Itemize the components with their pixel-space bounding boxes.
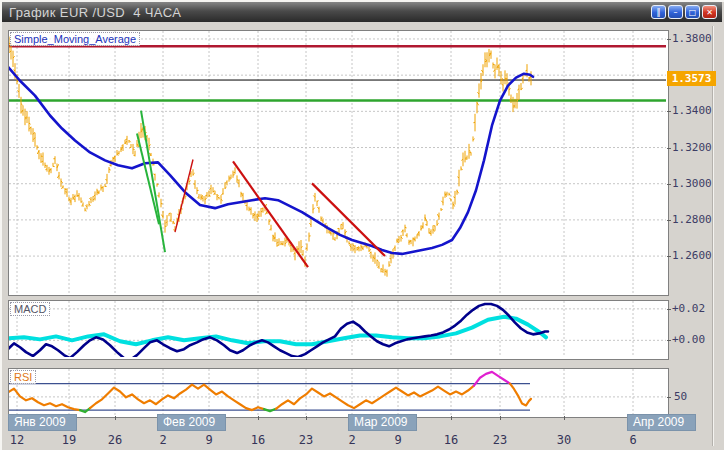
month-badge: Апр 2009 [627,414,696,431]
week-label: 23 [293,433,319,447]
pause-button[interactable]: ‖ [651,5,666,19]
price-axis-label: 1.3400 [672,104,712,117]
rsi-line-segment [510,384,531,406]
week-label: 2 [339,433,365,447]
window-titlebar[interactable]: График EUR /USD 4 ЧАСА ‖ – □ ✕ [2,2,722,22]
rsi-indicator-label: RSI [10,370,36,384]
week-label: 6 [620,433,646,447]
trendline[interactable] [233,161,308,267]
week-label: 9 [385,433,411,447]
week-label: 16 [438,433,464,447]
macd-axis-label: +0.02 [672,302,705,315]
horizontal-level-lines[interactable] [9,46,666,100]
minimize-button[interactable]: – [668,5,683,19]
right-groove-highlight [713,26,714,446]
price-axis-label: 1.2800 [672,213,712,226]
week-label: 16 [245,433,271,447]
trend-lines [137,111,385,268]
week-label: 30 [551,433,577,447]
window-title: График EUR /USD 4 ЧАСА [2,5,181,20]
week-label: 2 [150,433,176,447]
trendline[interactable] [141,111,165,252]
macd-panel[interactable]: MACD [8,300,669,360]
chart-window: График EUR /USD 4 ЧАСА ‖ – □ ✕ Simple_Mo… [0,0,724,450]
week-label: 23 [487,433,513,447]
current-price-tag: 1.3573 [667,71,716,86]
rsi-panel[interactable]: RSI [8,368,669,418]
macd-indicator-label: MACD [10,302,50,316]
price-chart-plot[interactable] [9,31,666,293]
price-axis-label: 1.2600 [672,249,712,262]
month-badge: Мар 2009 [348,414,417,431]
month-badge: Фев 2009 [157,414,226,431]
week-label: 19 [56,433,82,447]
rsi-line-segment [264,409,276,411]
sma-indicator-label: Simple_Moving_Average [10,32,140,46]
price-chart-panel[interactable]: Simple_Moving_Average [8,30,669,296]
price-gridlines [9,39,666,256]
window-controls: ‖ – □ ✕ [651,5,722,19]
rsi-plot[interactable] [9,369,666,415]
macd-plot[interactable] [9,301,666,357]
week-label: 12 [4,433,30,447]
rsi-line-segment [9,389,80,411]
close-button[interactable]: ✕ [702,5,717,19]
window-edge-left [0,0,2,450]
month-badge: Янв 2009 [8,414,77,431]
price-axis-label: 1.3800 [672,32,712,45]
macd-axis-label: +0.00 [672,333,705,346]
price-axis-label: 1.3000 [672,177,712,190]
rsi-axis-label: 50 [674,390,687,403]
week-label: 26 [102,433,128,447]
week-label: 9 [196,433,222,447]
vertical-gridlines [17,301,633,357]
price-axis-label: 1.3200 [672,141,712,154]
restore-button[interactable]: □ [685,5,700,19]
